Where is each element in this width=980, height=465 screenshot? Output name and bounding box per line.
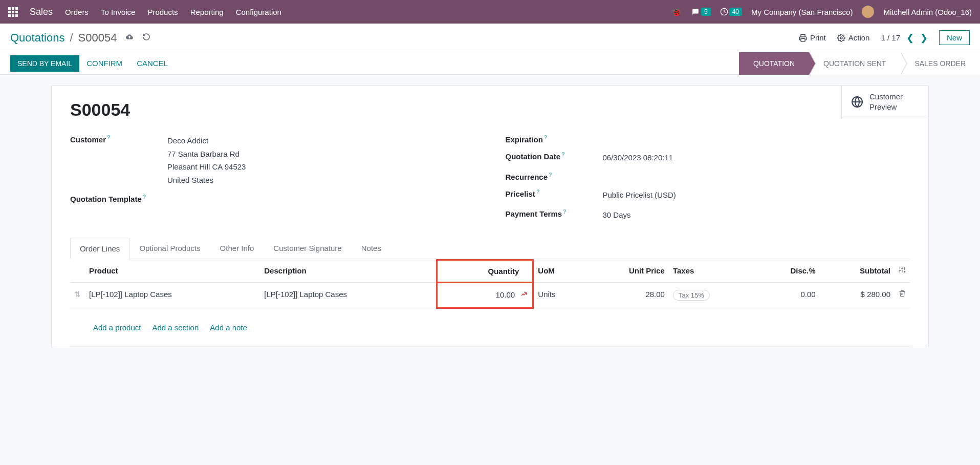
pricelist-value[interactable]: Public Pricelist (USD) — [603, 188, 676, 202]
nav-to-invoice[interactable]: To Invoice — [101, 8, 136, 16]
nav-products[interactable]: Products — [147, 8, 178, 16]
cloud-save-icon[interactable] — [125, 33, 134, 43]
label-quotation-date: Quotation Date? — [506, 151, 603, 161]
tab-other-info[interactable]: Other Info — [210, 237, 264, 259]
delete-row-icon[interactable] — [899, 290, 906, 299]
nav-reporting[interactable]: Reporting — [190, 8, 224, 16]
table-row[interactable]: ⇅ [LP[-102]] Laptop Cases [LP[-102]] Lap… — [70, 282, 910, 308]
label-recurrence: Recurrence? — [506, 172, 603, 181]
help-icon[interactable]: ? — [549, 172, 552, 178]
label-expiration: Expiration? — [506, 134, 603, 144]
new-button[interactable]: New — [939, 30, 970, 45]
messages-count: 5 — [701, 8, 711, 16]
label-customer: Customer? — [70, 134, 167, 144]
cell-unit-price[interactable]: 28.00 — [584, 282, 669, 308]
discard-icon[interactable] — [142, 33, 150, 43]
th-description: Description — [260, 260, 437, 282]
confirm-button[interactable]: CONFIRM — [79, 55, 129, 72]
th-unit-price: Unit Price — [584, 260, 669, 282]
payment-terms-value[interactable]: 30 Days — [603, 208, 631, 222]
label-template: Quotation Template? — [70, 194, 167, 203]
app-brand: Sales — [30, 7, 53, 17]
cell-taxes[interactable]: Tax 15% — [669, 282, 755, 308]
breadcrumb-root[interactable]: Quotations — [10, 31, 64, 45]
tab-notes[interactable]: Notes — [352, 237, 391, 259]
pager-next[interactable]: ❯ — [920, 32, 928, 44]
pager-prev[interactable]: ❮ — [906, 32, 914, 44]
tab-order-lines[interactable]: Order Lines — [70, 238, 129, 259]
breadcrumb-separator: / — [70, 31, 73, 45]
activities-count: 40 — [729, 8, 742, 16]
help-icon[interactable]: ? — [563, 208, 567, 215]
th-uom: UoM — [533, 260, 584, 282]
help-icon[interactable]: ? — [107, 134, 111, 140]
cell-uom[interactable]: Units — [533, 282, 584, 308]
pager-text[interactable]: 1 / 17 — [881, 33, 900, 42]
cell-quantity[interactable]: 10.00 — [437, 282, 533, 308]
status-quotation[interactable]: QUOTATION — [739, 52, 809, 75]
help-icon[interactable]: ? — [143, 194, 146, 200]
avatar[interactable] — [862, 6, 874, 18]
action-button[interactable]: Action — [837, 33, 870, 42]
company-switcher[interactable]: My Company (San Francisco) — [751, 8, 853, 16]
tab-optional-products[interactable]: Optional Products — [129, 237, 210, 259]
add-product-link[interactable]: Add a product — [93, 323, 141, 332]
columns-config-icon[interactable] — [899, 266, 906, 275]
apps-icon[interactable] — [8, 7, 17, 16]
breadcrumb-current: S00054 — [78, 31, 117, 45]
quotation-date-value[interactable]: 06/30/2023 08:20:11 — [603, 151, 673, 164]
record-title: S00054 — [70, 100, 910, 120]
print-button[interactable]: Print — [799, 33, 826, 42]
user-menu[interactable]: Mitchell Admin (Odoo_16) — [883, 8, 972, 16]
nav-orders[interactable]: Orders — [65, 8, 89, 16]
help-icon[interactable]: ? — [536, 188, 540, 195]
th-subtotal: Subtotal — [820, 260, 895, 282]
drag-handle-icon[interactable]: ⇅ — [70, 282, 85, 308]
label-payment-terms: Payment Terms? — [506, 208, 603, 218]
cancel-button[interactable]: CANCEL — [129, 55, 175, 72]
send-email-button[interactable]: SEND BY EMAIL — [10, 55, 79, 72]
add-section-link[interactable]: Add a section — [152, 323, 199, 332]
activities-icon[interactable]: 40 — [720, 8, 742, 16]
th-disc: Disc.% — [755, 260, 820, 282]
cell-product[interactable]: [LP[-102]] Laptop Cases — [85, 282, 260, 308]
cell-disc[interactable]: 0.00 — [755, 282, 820, 308]
debug-icon[interactable]: 🐞 — [671, 7, 682, 17]
messages-icon[interactable]: 5 — [691, 8, 711, 16]
customer-preview-button[interactable]: Customer Preview — [841, 86, 928, 118]
status-sales-order[interactable]: SALES ORDER — [900, 52, 980, 75]
svg-rect-1 — [801, 38, 805, 41]
cell-description[interactable]: [LP[-102]] Laptop Cases — [260, 282, 437, 308]
add-note-link[interactable]: Add a note — [210, 323, 247, 332]
tab-customer-signature[interactable]: Customer Signature — [264, 237, 351, 259]
th-taxes: Taxes — [669, 260, 755, 282]
cell-subtotal: $ 280.00 — [820, 282, 895, 308]
status-quotation-sent[interactable]: QUOTATION SENT — [809, 52, 900, 75]
label-pricelist: Pricelist? — [506, 188, 603, 198]
svg-point-2 — [840, 37, 842, 39]
th-quantity: Quantity — [437, 260, 533, 282]
customer-value[interactable]: Deco Addict 77 Santa Barbara Rd Pleasant… — [167, 134, 246, 186]
th-product: Product — [85, 260, 260, 282]
nav-configuration[interactable]: Configuration — [236, 8, 281, 16]
help-icon[interactable]: ? — [544, 134, 548, 140]
globe-icon — [851, 96, 863, 108]
help-icon[interactable]: ? — [561, 151, 565, 157]
forecast-icon[interactable] — [520, 290, 528, 299]
